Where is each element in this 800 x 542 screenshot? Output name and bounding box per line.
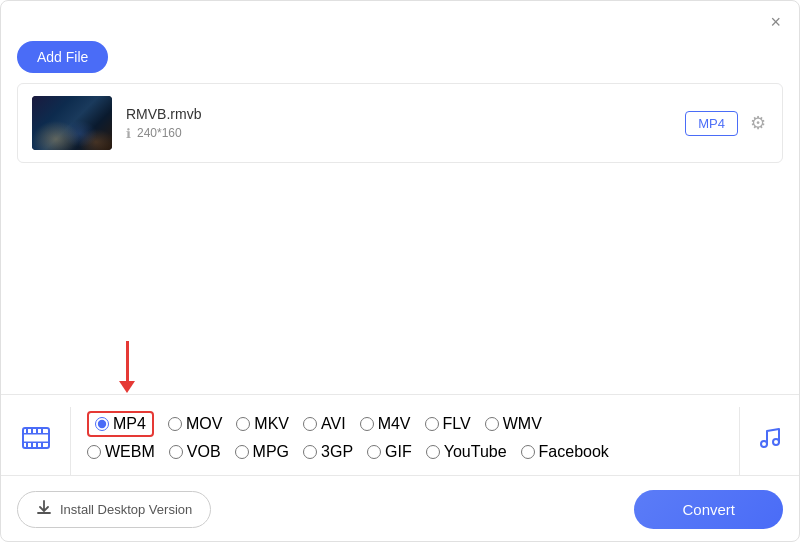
format-label-vob: VOB <box>187 443 221 461</box>
format-radio-avi[interactable] <box>303 417 317 431</box>
format-radio-mp4[interactable] <box>95 417 109 431</box>
gear-icon: ⚙ <box>750 113 766 133</box>
format-option-avi[interactable]: AVI <box>303 415 346 433</box>
format-label-mkv: MKV <box>254 415 289 433</box>
svg-rect-1 <box>23 433 49 435</box>
format-radio-wmv[interactable] <box>485 417 499 431</box>
format-option-mpg[interactable]: MPG <box>235 443 289 461</box>
format-label-3gp: 3GP <box>321 443 353 461</box>
format-label-mpg: MPG <box>253 443 289 461</box>
close-button[interactable]: × <box>766 11 785 33</box>
svg-rect-3 <box>26 428 28 433</box>
video-format-col <box>1 407 71 475</box>
main-window: × Add File RMVB.rmvb ℹ 240*160 MP4 ⚙ <box>1 1 799 542</box>
format-label-youtube: YouTube <box>444 443 507 461</box>
format-label-mp4: MP4 <box>113 415 146 433</box>
svg-point-12 <box>773 439 779 445</box>
format-radio-facebook[interactable] <box>521 445 535 459</box>
arrow-shaft <box>126 341 129 381</box>
format-label-facebook: Facebook <box>539 443 609 461</box>
format-radio-mpg[interactable] <box>235 445 249 459</box>
install-label: Install Desktop Version <box>60 502 192 517</box>
format-radio-mkv[interactable] <box>236 417 250 431</box>
svg-rect-9 <box>36 443 38 448</box>
add-file-button[interactable]: Add File <box>17 41 108 73</box>
settings-button[interactable]: ⚙ <box>748 110 768 136</box>
music-icon <box>758 426 782 456</box>
format-option-webm[interactable]: WEBM <box>87 443 155 461</box>
file-meta: ℹ 240*160 <box>126 126 685 141</box>
svg-rect-5 <box>36 428 38 433</box>
svg-rect-8 <box>31 443 33 448</box>
format-radio-youtube[interactable] <box>426 445 440 459</box>
format-row-2: WEBM VOB MPG 3GP GIF <box>87 443 723 461</box>
info-icon: ℹ <box>126 126 131 141</box>
audio-format-col[interactable] <box>739 407 799 475</box>
format-label-mov: MOV <box>186 415 222 433</box>
svg-rect-7 <box>26 443 28 448</box>
format-label-flv: FLV <box>443 415 471 433</box>
format-option-facebook[interactable]: Facebook <box>521 443 609 461</box>
file-list: RMVB.rmvb ℹ 240*160 MP4 ⚙ <box>17 83 783 163</box>
format-option-mkv[interactable]: MKV <box>236 415 289 433</box>
format-radio-webm[interactable] <box>87 445 101 459</box>
format-option-mov[interactable]: MOV <box>168 415 222 433</box>
file-item: RMVB.rmvb ℹ 240*160 MP4 ⚙ <box>18 84 782 162</box>
format-label-webm: WEBM <box>105 443 155 461</box>
format-radio-m4v[interactable] <box>360 417 374 431</box>
install-desktop-button[interactable]: Install Desktop Version <box>17 491 211 528</box>
format-option-vob[interactable]: VOB <box>169 443 221 461</box>
file-thumbnail <box>32 96 112 150</box>
close-icon: × <box>770 12 781 32</box>
toolbar: Add File <box>1 39 799 83</box>
file-name: RMVB.rmvb <box>126 106 685 122</box>
format-option-mp4[interactable]: MP4 <box>87 411 154 437</box>
format-option-3gp[interactable]: 3GP <box>303 443 353 461</box>
format-options: MP4 MOV MKV AVI M4V <box>71 407 739 475</box>
format-radio-3gp[interactable] <box>303 445 317 459</box>
arrow-head <box>119 381 135 393</box>
format-badge-button[interactable]: MP4 <box>685 111 738 136</box>
format-label-m4v: M4V <box>378 415 411 433</box>
svg-rect-6 <box>41 428 43 433</box>
format-row-1: MP4 MOV MKV AVI M4V <box>87 411 723 437</box>
bottom-bar: Install Desktop Version Convert <box>1 475 799 542</box>
svg-rect-2 <box>23 441 49 443</box>
file-resolution: 240*160 <box>137 126 182 140</box>
format-option-flv[interactable]: FLV <box>425 415 471 433</box>
format-option-wmv[interactable]: WMV <box>485 415 542 433</box>
svg-rect-10 <box>41 443 43 448</box>
format-radio-flv[interactable] <box>425 417 439 431</box>
convert-button[interactable]: Convert <box>634 490 783 529</box>
file-actions: MP4 ⚙ <box>685 110 768 136</box>
arrow-indicator <box>119 341 135 393</box>
format-label-avi: AVI <box>321 415 346 433</box>
film-icon <box>22 424 50 459</box>
title-bar: × <box>1 1 799 39</box>
format-radio-gif[interactable] <box>367 445 381 459</box>
svg-point-11 <box>761 441 767 447</box>
download-icon <box>36 500 52 519</box>
format-option-youtube[interactable]: YouTube <box>426 443 507 461</box>
file-info: RMVB.rmvb ℹ 240*160 <box>112 106 685 141</box>
format-label-wmv: WMV <box>503 415 542 433</box>
format-section: MP4 MOV MKV AVI M4V <box>1 394 799 475</box>
format-radio-mov[interactable] <box>168 417 182 431</box>
format-option-gif[interactable]: GIF <box>367 443 412 461</box>
format-option-m4v[interactable]: M4V <box>360 415 411 433</box>
svg-rect-4 <box>31 428 33 433</box>
format-label-gif: GIF <box>385 443 412 461</box>
format-radio-vob[interactable] <box>169 445 183 459</box>
